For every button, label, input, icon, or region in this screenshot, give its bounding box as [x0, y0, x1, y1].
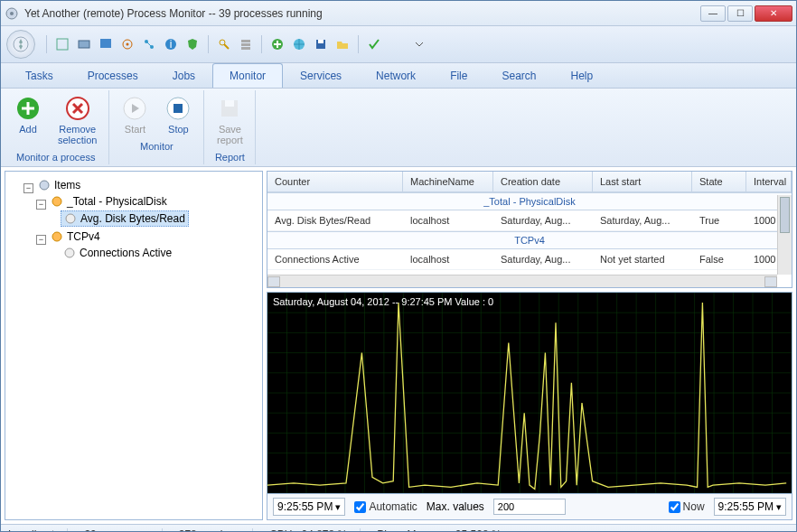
status-cpu: CPU : 04.878 %: [269, 528, 361, 533]
remove-button[interactable]: Removeselection: [52, 92, 103, 148]
expand-toggle[interactable]: −: [23, 183, 33, 193]
svg-rect-15: [241, 40, 250, 42]
column-header[interactable]: Creation date: [493, 172, 593, 191]
quick-toolbar: i: [1, 26, 796, 63]
svg-point-29: [40, 181, 49, 190]
expand-toggle[interactable]: −: [36, 235, 46, 245]
menu-tab-file[interactable]: File: [433, 63, 484, 88]
title-bar: Yet Another (remote) Process Monitor -- …: [1, 1, 796, 26]
menu-tab-monitor[interactable]: Monitor: [212, 63, 283, 88]
save-icon[interactable]: [313, 36, 329, 52]
group-header: TCPv4: [267, 231, 792, 249]
automatic-checkbox[interactable]: Automatic: [354, 500, 417, 513]
svg-rect-16: [241, 43, 250, 46]
dropdown-icon[interactable]: [411, 36, 427, 52]
now-checkbox[interactable]: Now: [669, 500, 705, 513]
max-values-label: Max. values: [427, 500, 484, 513]
svg-point-31: [66, 214, 75, 223]
grid-hscroll[interactable]: [267, 275, 777, 287]
status-processes: 39 processes: [84, 528, 162, 533]
table-row[interactable]: Avg. Disk Bytes/ReadlocalhostSaturday, A…: [267, 210, 792, 231]
column-header[interactable]: Counter: [267, 172, 403, 191]
svg-rect-5: [100, 39, 111, 48]
app-menu-button[interactable]: [6, 30, 35, 59]
close-button[interactable]: ✕: [755, 5, 792, 22]
menu-tab-search[interactable]: Search: [484, 63, 553, 88]
svg-point-32: [52, 232, 61, 241]
tree-leaf[interactable]: Avg. Disk Bytes/Read: [61, 210, 189, 227]
tree-node[interactable]: TCPv4: [48, 229, 103, 244]
shield-icon[interactable]: [184, 36, 201, 52]
menu-tab-tasks[interactable]: Tasks: [8, 63, 70, 88]
column-header[interactable]: State: [692, 172, 746, 191]
column-header[interactable]: Last start: [593, 172, 692, 191]
ribbon: AddRemoveselectionMonitor a processStart…: [1, 89, 796, 167]
counter-grid[interactable]: CounterMachineNameCreation dateLast star…: [267, 171, 792, 288]
column-header[interactable]: Interval: [746, 172, 792, 191]
svg-text:i: i: [170, 38, 173, 51]
app-icon: [5, 6, 19, 21]
status-memory: Phys. Memory : 25.528 %: [377, 528, 501, 533]
maximize-button[interactable]: ☐: [727, 5, 753, 22]
counter-icon: [64, 212, 77, 225]
info-icon[interactable]: i: [163, 36, 179, 52]
column-header[interactable]: MachineName: [403, 172, 493, 191]
target-icon[interactable]: [119, 36, 136, 52]
category-icon: [51, 195, 63, 208]
status-bar: Localhost 39 processes 378 services CPU …: [1, 524, 796, 532]
tree-node[interactable]: _Total - PhysicalDisk: [48, 194, 170, 209]
window-title: Yet Another (remote) Process Monitor -- …: [24, 7, 700, 20]
svg-rect-3: [57, 39, 68, 50]
menu-tab-network[interactable]: Network: [359, 63, 433, 88]
grid-vscroll[interactable]: [777, 195, 792, 275]
chart-controls: 9:25:55 PM ▾ Automatic Max. values Now 9…: [267, 494, 792, 520]
time-to-picker[interactable]: 9:25:55 PM ▾: [714, 498, 786, 516]
stop-button[interactable]: Stop: [158, 92, 198, 137]
svg-line-14: [224, 44, 229, 49]
menu-bar: TasksProcessesJobsMonitorServicesNetwork…: [1, 63, 796, 89]
table-row[interactable]: Connections ActivelocalhostSaturday, Aug…: [267, 249, 792, 270]
folder-icon[interactable]: [334, 36, 351, 52]
svg-point-30: [52, 197, 61, 206]
gear-icon: [38, 179, 51, 191]
globe-icon[interactable]: [291, 36, 307, 52]
svg-rect-17: [241, 47, 250, 50]
add-icon[interactable]: [269, 36, 286, 52]
add-button[interactable]: Add: [8, 92, 48, 148]
menu-tab-services[interactable]: Services: [283, 63, 359, 88]
nodes-icon[interactable]: [141, 36, 157, 52]
save-button: Savereport: [210, 92, 249, 148]
tree-leaf[interactable]: Connections Active: [61, 246, 174, 260]
svg-point-7: [127, 43, 129, 46]
category-icon: [51, 230, 63, 243]
start-button: Start: [115, 92, 155, 137]
status-host: Localhost: [8, 528, 68, 533]
screen-icon[interactable]: [98, 36, 114, 52]
minimize-button[interactable]: —: [700, 5, 726, 22]
svg-point-33: [65, 248, 74, 257]
check-icon[interactable]: [366, 36, 382, 52]
status-services: 378 services: [179, 528, 253, 533]
tree-view[interactable]: − Items− _Total - PhysicalDisk Avg. Disk…: [5, 171, 263, 520]
menu-tab-jobs[interactable]: Jobs: [155, 63, 212, 88]
menu-tab-help[interactable]: Help: [554, 63, 611, 88]
monitor-icon[interactable]: [76, 36, 92, 52]
svg-rect-4: [79, 41, 89, 48]
chart-info-label: Saturday, August 04, 2012 -- 9:27:45 PM …: [273, 296, 493, 307]
svg-rect-26: [173, 104, 183, 113]
svg-point-1: [10, 12, 14, 15]
max-values-input[interactable]: [493, 499, 566, 515]
refresh-icon[interactable]: [54, 36, 70, 52]
menu-tab-processes[interactable]: Processes: [70, 63, 155, 88]
time-from-picker[interactable]: 9:25:55 PM ▾: [273, 498, 345, 516]
group-header: _Total - PhysicalDisk: [267, 192, 792, 210]
svg-rect-21: [318, 40, 323, 43]
chart-area: Saturday, August 04, 2012 -- 9:27:45 PM …: [267, 292, 792, 494]
key-icon[interactable]: [216, 36, 232, 52]
stack-icon[interactable]: [238, 36, 254, 52]
counter-icon: [63, 247, 76, 259]
svg-rect-28: [225, 100, 234, 107]
tree-root-node[interactable]: Items: [35, 178, 83, 192]
expand-toggle[interactable]: −: [36, 200, 46, 210]
svg-line-10: [147, 42, 151, 46]
